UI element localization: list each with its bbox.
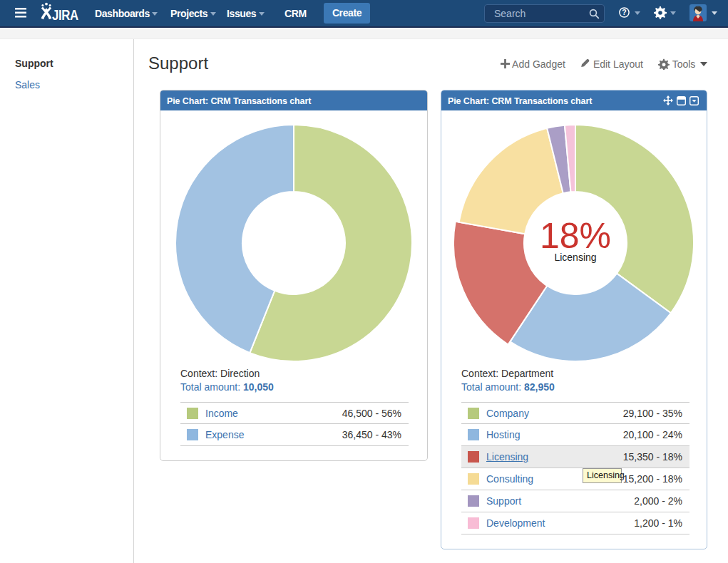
svg-text:?: ? bbox=[622, 8, 626, 16]
